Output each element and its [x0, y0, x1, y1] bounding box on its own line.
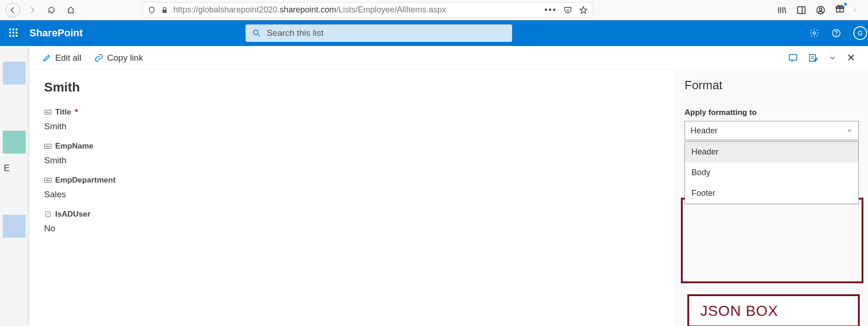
lock-icon: [160, 6, 169, 14]
settings-gear-icon[interactable]: [809, 28, 819, 38]
user-avatar[interactable]: G: [853, 26, 867, 40]
menu-dots-icon[interactable]: [854, 5, 858, 15]
field-label-title: Abc Title*: [44, 108, 660, 117]
page-actions-icon[interactable]: •••: [544, 5, 557, 15]
item-details: Smith Abc Title* Smith Abc EmpName Smith…: [29, 70, 675, 326]
tracking-shield-icon: [148, 6, 156, 14]
brand-name[interactable]: SharePoint: [29, 27, 83, 39]
comments-icon[interactable]: [788, 53, 798, 63]
browser-home-button[interactable]: [63, 3, 78, 17]
help-icon[interactable]: [831, 28, 841, 38]
bookmark-star-icon[interactable]: [579, 6, 588, 15]
browser-back-button[interactable]: [6, 3, 20, 17]
svg-point-9: [253, 30, 258, 34]
field-value-empname: Smith: [44, 155, 660, 166]
formatting-target-options: Header Body Footer: [685, 141, 859, 204]
svg-text:Abc: Abc: [46, 179, 50, 182]
svg-point-10: [813, 32, 816, 34]
svg-text:Abc: Abc: [46, 111, 50, 114]
url-text: https://globalsharepoint2020.sharepoint.…: [173, 5, 446, 15]
account-icon[interactable]: [816, 5, 826, 15]
browser-right-icons: [777, 4, 862, 16]
search-input[interactable]: [267, 28, 506, 38]
item-toolbar: Edit all Copy link ✕: [29, 46, 868, 70]
search-icon: [252, 29, 261, 38]
text-field-icon: Abc: [44, 143, 51, 149]
field-value-empdept: Sales: [44, 189, 660, 200]
format-pane: Format Apply formatting to Header Header…: [675, 70, 868, 326]
field-label-isaduser: IsADUser: [44, 210, 660, 219]
rail-tile-1[interactable]: [3, 62, 26, 85]
option-footer[interactable]: Footer: [685, 183, 858, 204]
option-body[interactable]: Body: [685, 162, 858, 183]
svg-text:Abc: Abc: [46, 145, 50, 148]
text-field-icon: Abc: [44, 177, 51, 183]
left-rail: E: [0, 46, 29, 326]
option-header[interactable]: Header: [685, 142, 858, 162]
pocket-icon[interactable]: [563, 6, 572, 15]
annotation-dropdown-highlight: [681, 198, 863, 283]
formatting-target-dropdown[interactable]: Header: [685, 121, 859, 140]
copy-link-button[interactable]: Copy link: [94, 53, 143, 63]
close-panel-button[interactable]: ✕: [847, 52, 855, 64]
rail-tile-3[interactable]: [3, 215, 26, 238]
search-box[interactable]: [246, 24, 512, 42]
svg-point-8: [855, 11, 855, 11]
apply-formatting-label: Apply formatting to: [685, 108, 859, 117]
item-heading: Smith: [44, 80, 660, 95]
pencil-icon: [42, 53, 51, 63]
chevron-down-icon[interactable]: [828, 53, 837, 63]
field-value-isaduser: No: [44, 223, 660, 234]
svg-point-6: [855, 9, 855, 9]
suite-header: SharePoint G: [0, 20, 868, 46]
rail-label: E: [4, 163, 10, 173]
chevron-down-icon: [846, 127, 853, 134]
svg-rect-1: [798, 6, 805, 13]
browser-toolbar: https://globalsharepoint2020.sharepoint.…: [0, 0, 868, 20]
sidebar-icon[interactable]: [796, 5, 806, 15]
app-launcher-icon[interactable]: [9, 29, 18, 38]
annotation-json-box: JSON BOX: [687, 294, 860, 326]
svg-point-7: [855, 10, 855, 10]
edit-form-icon[interactable]: [808, 53, 818, 63]
rail-tile-2[interactable]: [3, 131, 26, 154]
library-icon[interactable]: [777, 5, 787, 15]
svg-rect-0: [163, 10, 167, 13]
browser-reload-button[interactable]: [44, 3, 59, 17]
text-field-icon: Abc: [44, 109, 51, 115]
format-heading: Format: [685, 78, 859, 92]
checkbox-field-icon: [44, 211, 51, 217]
svg-point-3: [819, 8, 822, 11]
svg-point-12: [836, 35, 836, 35]
field-label-empdept: Abc EmpDepartment: [44, 176, 660, 185]
link-icon: [94, 53, 103, 63]
browser-forward-button[interactable]: [25, 3, 40, 17]
url-bar[interactable]: https://globalsharepoint2020.sharepoint.…: [143, 2, 593, 18]
edit-all-button[interactable]: Edit all: [42, 53, 81, 63]
whats-new-icon[interactable]: [835, 4, 845, 16]
field-label-empname: Abc EmpName: [44, 142, 660, 151]
field-value-title: Smith: [44, 121, 660, 132]
